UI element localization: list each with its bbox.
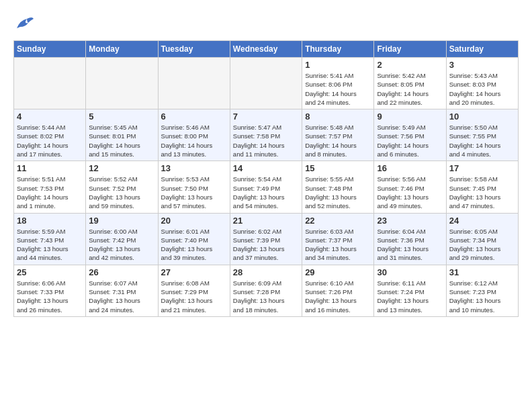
calendar-cell: 5Sunrise: 5:45 AMSunset: 8:01 PMDaylight… <box>86 109 158 161</box>
day-number: 25 <box>17 267 83 277</box>
calendar-cell: 2Sunrise: 5:42 AMSunset: 8:05 PMDaylight… <box>374 58 446 109</box>
day-info: Sunrise: 6:03 AMSunset: 7:37 PMDaylight:… <box>305 227 371 263</box>
day-number: 3 <box>449 60 515 70</box>
day-number: 11 <box>17 163 83 173</box>
day-info: Sunrise: 5:46 AMSunset: 8:00 PMDaylight:… <box>161 123 227 158</box>
day-number: 24 <box>449 216 515 226</box>
day-number: 17 <box>449 163 515 173</box>
day-info: Sunrise: 6:10 AMSunset: 7:26 PMDaylight:… <box>305 279 371 314</box>
calendar-cell: 4Sunrise: 5:44 AMSunset: 8:02 PMDaylight… <box>14 109 86 161</box>
day-number: 10 <box>449 111 515 122</box>
day-info: Sunrise: 6:06 AMSunset: 7:33 PMDaylight:… <box>17 279 83 314</box>
day-info: Sunrise: 5:43 AMSunset: 8:03 PMDaylight:… <box>449 71 515 107</box>
calendar-cell: 10Sunrise: 5:50 AMSunset: 7:55 PMDayligh… <box>446 109 518 161</box>
day-info: Sunrise: 5:44 AMSunset: 8:02 PMDaylight:… <box>17 123 83 158</box>
calendar-header-wednesday: Wednesday <box>230 41 302 58</box>
calendar-week-row: 11Sunrise: 5:51 AMSunset: 7:53 PMDayligh… <box>14 161 519 213</box>
calendar-week-row: 4Sunrise: 5:44 AMSunset: 8:02 PMDaylight… <box>14 109 519 161</box>
day-info: Sunrise: 5:58 AMSunset: 7:45 PMDaylight:… <box>449 175 515 210</box>
day-number: 2 <box>377 60 443 70</box>
calendar-cell <box>230 58 302 109</box>
calendar-week-row: 18Sunrise: 5:59 AMSunset: 7:43 PMDayligh… <box>14 213 519 265</box>
day-info: Sunrise: 5:53 AMSunset: 7:50 PMDaylight:… <box>161 175 227 210</box>
calendar-cell: 7Sunrise: 5:47 AMSunset: 7:58 PMDaylight… <box>230 109 302 161</box>
day-number: 15 <box>305 163 371 173</box>
calendar-cell <box>158 58 230 109</box>
calendar-cell: 12Sunrise: 5:52 AMSunset: 7:52 PMDayligh… <box>86 161 158 213</box>
day-info: Sunrise: 5:47 AMSunset: 7:58 PMDaylight:… <box>233 123 299 158</box>
calendar-cell: 28Sunrise: 6:09 AMSunset: 7:28 PMDayligh… <box>230 265 302 316</box>
calendar-cell: 20Sunrise: 6:01 AMSunset: 7:40 PMDayligh… <box>158 213 230 265</box>
calendar-cell: 11Sunrise: 5:51 AMSunset: 7:53 PMDayligh… <box>14 161 86 213</box>
calendar-table: SundayMondayTuesdayWednesdayThursdayFrid… <box>13 40 519 317</box>
day-number: 23 <box>377 216 443 226</box>
day-info: Sunrise: 5:54 AMSunset: 7:49 PMDaylight:… <box>233 175 299 210</box>
day-number: 28 <box>233 267 299 277</box>
calendar-header-row: SundayMondayTuesdayWednesdayThursdayFrid… <box>14 41 519 58</box>
calendar-cell: 19Sunrise: 6:00 AMSunset: 7:42 PMDayligh… <box>86 213 158 265</box>
calendar-header-sunday: Sunday <box>14 41 86 58</box>
day-info: Sunrise: 5:56 AMSunset: 7:46 PMDaylight:… <box>377 175 443 210</box>
day-info: Sunrise: 6:12 AMSunset: 7:23 PMDaylight:… <box>449 279 515 314</box>
calendar-cell: 16Sunrise: 5:56 AMSunset: 7:46 PMDayligh… <box>374 161 446 213</box>
day-info: Sunrise: 5:52 AMSunset: 7:52 PMDaylight:… <box>89 175 154 210</box>
day-info: Sunrise: 5:41 AMSunset: 8:06 PMDaylight:… <box>305 71 371 107</box>
calendar-week-row: 1Sunrise: 5:41 AMSunset: 8:06 PMDaylight… <box>14 58 519 109</box>
day-info: Sunrise: 5:48 AMSunset: 7:57 PMDaylight:… <box>305 123 371 158</box>
day-info: Sunrise: 6:05 AMSunset: 7:34 PMDaylight:… <box>449 227 515 263</box>
calendar-cell: 24Sunrise: 6:05 AMSunset: 7:34 PMDayligh… <box>446 213 518 265</box>
calendar-cell: 22Sunrise: 6:03 AMSunset: 7:37 PMDayligh… <box>302 213 374 265</box>
calendar-cell: 17Sunrise: 5:58 AMSunset: 7:45 PMDayligh… <box>446 161 518 213</box>
day-number: 1 <box>305 60 371 70</box>
logo <box>13 13 36 34</box>
day-number: 8 <box>305 111 371 122</box>
calendar-week-row: 25Sunrise: 6:06 AMSunset: 7:33 PMDayligh… <box>14 265 519 316</box>
day-info: Sunrise: 5:59 AMSunset: 7:43 PMDaylight:… <box>17 227 83 263</box>
day-number: 6 <box>161 111 227 122</box>
calendar-cell: 27Sunrise: 6:08 AMSunset: 7:29 PMDayligh… <box>158 265 230 316</box>
day-number: 4 <box>17 111 83 122</box>
calendar-cell: 25Sunrise: 6:06 AMSunset: 7:33 PMDayligh… <box>14 265 86 316</box>
calendar-header-monday: Monday <box>86 41 158 58</box>
day-number: 19 <box>89 216 154 226</box>
day-info: Sunrise: 5:49 AMSunset: 7:56 PMDaylight:… <box>377 123 443 158</box>
calendar-cell: 8Sunrise: 5:48 AMSunset: 7:57 PMDaylight… <box>302 109 374 161</box>
day-number: 27 <box>161 267 227 277</box>
day-info: Sunrise: 5:55 AMSunset: 7:48 PMDaylight:… <box>305 175 371 210</box>
day-info: Sunrise: 6:01 AMSunset: 7:40 PMDaylight:… <box>161 227 227 263</box>
day-number: 13 <box>161 163 227 173</box>
day-info: Sunrise: 6:00 AMSunset: 7:42 PMDaylight:… <box>89 227 154 263</box>
day-info: Sunrise: 5:42 AMSunset: 8:05 PMDaylight:… <box>377 71 443 107</box>
calendar-cell: 9Sunrise: 5:49 AMSunset: 7:56 PMDaylight… <box>374 109 446 161</box>
calendar-cell <box>86 58 158 109</box>
day-number: 20 <box>161 216 227 226</box>
calendar-cell: 15Sunrise: 5:55 AMSunset: 7:48 PMDayligh… <box>302 161 374 213</box>
day-number: 12 <box>89 163 154 173</box>
logo-icon <box>13 13 34 34</box>
day-number: 29 <box>305 267 371 277</box>
day-info: Sunrise: 5:50 AMSunset: 7:55 PMDaylight:… <box>449 123 515 158</box>
calendar-cell <box>14 58 86 109</box>
calendar-header-tuesday: Tuesday <box>158 41 230 58</box>
day-number: 18 <box>17 216 83 226</box>
day-info: Sunrise: 6:04 AMSunset: 7:36 PMDaylight:… <box>377 227 443 263</box>
day-info: Sunrise: 5:45 AMSunset: 8:01 PMDaylight:… <box>89 123 154 158</box>
day-number: 30 <box>377 267 443 277</box>
calendar-cell: 13Sunrise: 5:53 AMSunset: 7:50 PMDayligh… <box>158 161 230 213</box>
day-number: 31 <box>449 267 515 277</box>
calendar-cell: 23Sunrise: 6:04 AMSunset: 7:36 PMDayligh… <box>374 213 446 265</box>
calendar-cell: 6Sunrise: 5:46 AMSunset: 8:00 PMDaylight… <box>158 109 230 161</box>
day-info: Sunrise: 6:08 AMSunset: 7:29 PMDaylight:… <box>161 279 227 314</box>
day-number: 16 <box>377 163 443 173</box>
day-number: 7 <box>233 111 299 122</box>
calendar-cell: 18Sunrise: 5:59 AMSunset: 7:43 PMDayligh… <box>14 213 86 265</box>
day-number: 5 <box>89 111 154 122</box>
day-number: 26 <box>89 267 154 277</box>
day-info: Sunrise: 6:11 AMSunset: 7:24 PMDaylight:… <box>377 279 443 314</box>
day-number: 22 <box>305 216 371 226</box>
day-number: 9 <box>377 111 443 122</box>
calendar-cell: 29Sunrise: 6:10 AMSunset: 7:26 PMDayligh… <box>302 265 374 316</box>
calendar-cell: 30Sunrise: 6:11 AMSunset: 7:24 PMDayligh… <box>374 265 446 316</box>
calendar-header-saturday: Saturday <box>446 41 518 58</box>
calendar-cell: 14Sunrise: 5:54 AMSunset: 7:49 PMDayligh… <box>230 161 302 213</box>
